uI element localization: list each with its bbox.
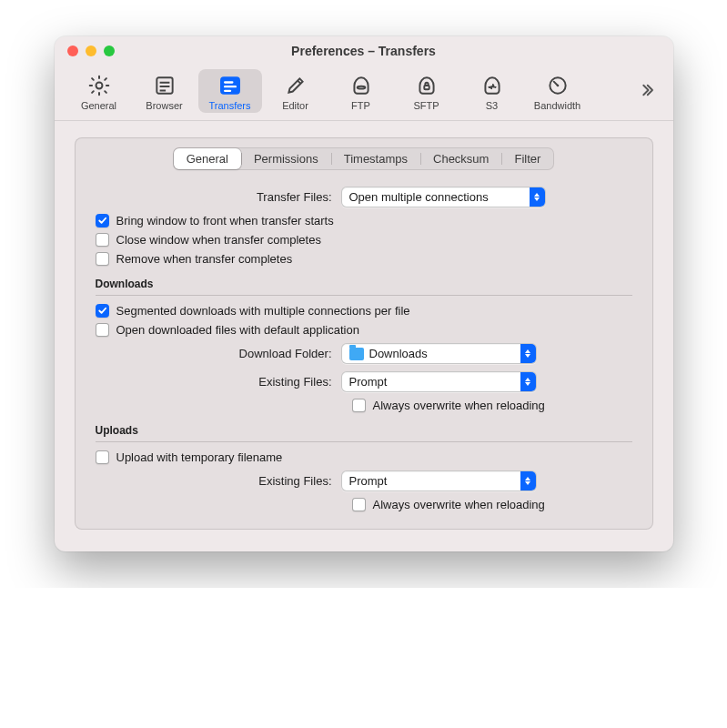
list-icon xyxy=(153,73,177,98)
checkbox-label: Upload with temporary filename xyxy=(116,450,283,464)
folder-icon xyxy=(349,348,364,360)
checkbox-label: Remove when transfer completes xyxy=(116,252,293,266)
tab-permissions[interactable]: Permissions xyxy=(241,148,331,169)
tab-filter[interactable]: Filter xyxy=(501,148,553,169)
svg-point-13 xyxy=(556,85,559,87)
checkbox-label: Open downloaded files with default appli… xyxy=(116,323,359,337)
toolbar-label: Editor xyxy=(282,100,308,111)
content-area: General Permissions Timestamps Checksum … xyxy=(55,121,673,551)
downloads-existing-label: Existing Files: xyxy=(96,375,332,389)
tab-bar: General Permissions Timestamps Checksum … xyxy=(76,138,652,179)
settings-panel: General Permissions Timestamps Checksum … xyxy=(75,137,653,530)
toolbar-item-ftp[interactable]: FTP xyxy=(329,69,393,113)
checkbox-label: Close window when transfer completes xyxy=(116,233,321,247)
select-arrows-icon xyxy=(520,372,536,391)
tab-timestamps[interactable]: Timestamps xyxy=(331,148,420,169)
svg-point-10 xyxy=(357,86,365,89)
checkbox-label: Bring window to front when transfer star… xyxy=(116,214,334,228)
disk-icon xyxy=(349,73,373,98)
gauge-icon xyxy=(546,73,570,98)
open-downloaded-checkbox[interactable] xyxy=(96,323,109,337)
preferences-toolbar: General Browser Transfers Editor FTP xyxy=(55,66,673,121)
select-value: Prompt xyxy=(349,474,520,488)
toolbar-overflow-button[interactable] xyxy=(633,76,661,106)
select-value: Prompt xyxy=(349,375,520,389)
upload-temp-filename-checkbox[interactable] xyxy=(96,450,109,464)
toolbar-label: General xyxy=(81,100,116,111)
toolbar-item-sftp[interactable]: SFTP xyxy=(395,69,459,113)
s3-icon xyxy=(480,73,504,98)
minimize-window-button[interactable] xyxy=(86,46,96,56)
downloads-always-overwrite-checkbox[interactable] xyxy=(352,399,366,412)
zoom-window-button[interactable] xyxy=(104,46,115,56)
toolbar-label: S3 xyxy=(486,100,498,111)
svg-point-0 xyxy=(96,83,102,89)
svg-rect-11 xyxy=(424,86,429,89)
toolbar-label: Browser xyxy=(146,100,182,111)
transfer-files-label: Transfer Files: xyxy=(96,190,332,204)
uploads-existing-select[interactable]: Prompt xyxy=(341,470,537,491)
segmented-downloads-checkbox[interactable] xyxy=(96,304,109,318)
toolbar-item-bandwidth[interactable]: Bandwidth xyxy=(526,69,590,113)
svg-rect-8 xyxy=(224,90,231,92)
uploads-always-overwrite-checkbox[interactable] xyxy=(352,498,366,511)
select-value: Downloads xyxy=(369,347,520,360)
toolbar-label: FTP xyxy=(351,100,370,111)
select-arrows-icon xyxy=(530,187,545,207)
toolbar-item-browser[interactable]: Browser xyxy=(133,69,197,113)
toolbar-item-editor[interactable]: Editor xyxy=(264,69,328,113)
downloads-existing-select[interactable]: Prompt xyxy=(341,371,537,392)
uploads-existing-label: Existing Files: xyxy=(96,474,332,488)
close-on-complete-checkbox[interactable] xyxy=(96,233,109,247)
checkbox-label: Always overwrite when reloading xyxy=(373,399,545,412)
disk-lock-icon xyxy=(415,73,439,98)
titlebar: Preferences – Transfers xyxy=(55,36,673,66)
toolbar-label: Transfers xyxy=(208,100,250,111)
downloads-heading: Downloads xyxy=(96,268,632,292)
uploads-heading: Uploads xyxy=(96,415,632,439)
transfer-files-select[interactable]: Open multiple connections xyxy=(341,187,546,207)
toolbar-label: SFTP xyxy=(413,100,439,111)
svg-rect-7 xyxy=(224,86,237,87)
svg-rect-6 xyxy=(224,81,234,83)
svg-line-9 xyxy=(298,81,300,84)
window-title: Preferences – Transfers xyxy=(67,44,661,58)
download-folder-label: Download Folder: xyxy=(96,347,332,360)
toolbar-item-transfers[interactable]: Transfers xyxy=(198,69,262,113)
toolbar-item-general[interactable]: General xyxy=(67,69,131,113)
tab-general[interactable]: General xyxy=(174,148,241,169)
toolbar-item-s3[interactable]: S3 xyxy=(460,69,524,113)
preferences-window: Preferences – Transfers General Browser … xyxy=(55,36,673,551)
bring-to-front-checkbox[interactable] xyxy=(96,214,109,228)
toolbar-label: Bandwidth xyxy=(534,100,581,111)
tab-checksum[interactable]: Checksum xyxy=(420,148,501,169)
close-window-button[interactable] xyxy=(67,46,78,56)
transfers-icon xyxy=(217,73,243,98)
checkbox-label: Always overwrite when reloading xyxy=(373,498,545,511)
select-arrows-icon xyxy=(520,344,536,363)
remove-on-complete-checkbox[interactable] xyxy=(96,252,109,266)
pencil-icon xyxy=(284,73,308,98)
checkbox-label: Segmented downloads with multiple connec… xyxy=(116,304,410,318)
gear-icon xyxy=(87,73,111,98)
select-arrows-icon xyxy=(520,471,536,490)
download-folder-select[interactable]: Downloads xyxy=(341,343,537,364)
select-value: Open multiple connections xyxy=(349,190,530,204)
